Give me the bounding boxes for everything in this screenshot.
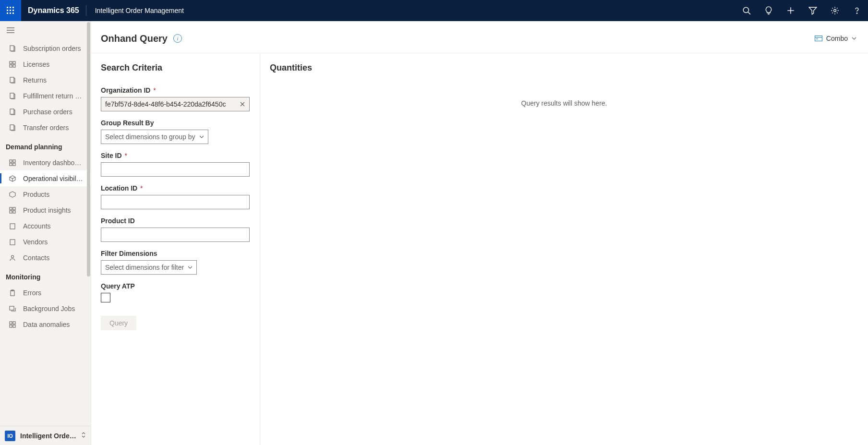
search-button[interactable] <box>735 0 758 21</box>
query-button[interactable]: Query <box>101 316 136 330</box>
product-id-input[interactable] <box>101 228 250 242</box>
quantities-empty-text: Query results will show here. <box>260 99 868 107</box>
svg-rect-38 <box>10 240 15 245</box>
filter-dimensions-label: Filter Dimensions <box>101 250 250 257</box>
sidebar-item-contacts[interactable]: Contacts <box>0 250 91 265</box>
cube-icon <box>9 191 16 198</box>
add-button[interactable] <box>780 0 802 21</box>
dropdown-placeholder: Select dimensions for filter <box>105 264 184 271</box>
chevron-down-icon <box>199 135 204 138</box>
svg-rect-0 <box>7 7 8 8</box>
svg-rect-29 <box>10 163 12 166</box>
sidebar-item-errors[interactable]: Errors <box>0 285 91 301</box>
brand-name[interactable]: Dynamics 365 <box>21 5 86 16</box>
group-result-dropdown[interactable]: Select dimensions to group by <box>101 130 208 144</box>
info-badge[interactable]: i <box>173 34 182 43</box>
nav-collapse-button[interactable] <box>7 27 14 35</box>
sidebar-item-background-jobs[interactable]: Background Jobs <box>0 301 91 316</box>
lightbulb-icon <box>764 6 773 15</box>
nav-group-monitoring: Monitoring <box>0 265 91 285</box>
sidebar-item-data-anomalies[interactable]: Data anomalies <box>0 316 91 332</box>
svg-rect-27 <box>10 160 12 162</box>
chevron-down-icon <box>852 37 856 40</box>
sidebar-scrollbar[interactable] <box>87 22 90 277</box>
search-criteria-panel: Search Criteria Organization ID * Group … <box>91 53 260 445</box>
building-icon <box>9 238 16 246</box>
combo-label: Combo <box>826 35 848 42</box>
sidebar-item-transfer-orders[interactable]: Transfer orders <box>0 120 91 135</box>
top-bar: Dynamics 365 Intelligent Order Managemen… <box>0 0 868 21</box>
app-switcher-label: Intelligent Order … <box>20 432 76 440</box>
sidebar-item-label: Vendors <box>23 238 48 246</box>
funnel-icon <box>808 6 817 15</box>
sidebar-item-purchase-orders[interactable]: Purchase orders <box>0 104 91 120</box>
help-button[interactable] <box>846 0 868 21</box>
sidebar-item-subscription-orders[interactable]: Subscription orders <box>0 40 91 56</box>
sidebar-item-label: Contacts <box>23 254 49 262</box>
group-result-label: Group Result By <box>101 119 250 127</box>
dropdown-placeholder: Select dimensions to group by <box>105 133 195 141</box>
svg-rect-3 <box>7 10 8 11</box>
hamburger-icon <box>7 27 14 33</box>
svg-rect-5 <box>12 10 14 11</box>
settings-button[interactable] <box>824 0 846 21</box>
sidebar-item-returns[interactable]: Returns <box>0 72 91 88</box>
sidebar-item-operational-visibility[interactable]: Operational visibil… <box>0 170 91 186</box>
form-icon <box>815 36 822 41</box>
location-id-input[interactable] <box>101 195 250 209</box>
site-id-label: Site ID * <box>101 152 250 159</box>
app-launcher-waffle[interactable] <box>0 0 21 21</box>
filter-dimensions-dropdown[interactable]: Select dimensions for filter <box>101 260 197 275</box>
org-id-input[interactable] <box>101 97 250 111</box>
chevron-down-icon <box>188 266 193 269</box>
sidebar-item-product-insights[interactable]: Product insights <box>0 202 91 218</box>
svg-rect-28 <box>13 160 15 162</box>
filter-button[interactable] <box>802 0 824 21</box>
svg-rect-20 <box>13 61 15 64</box>
sidebar-item-label: Accounts <box>23 222 51 230</box>
document-icon <box>9 76 16 84</box>
sidebar-item-products[interactable]: Products <box>0 186 91 202</box>
svg-rect-8 <box>12 12 14 14</box>
svg-rect-31 <box>10 207 12 210</box>
sidebar-item-accounts[interactable]: Accounts <box>0 218 91 234</box>
app-switcher[interactable]: IO Intelligent Order … <box>0 426 91 445</box>
sidebar-item-inventory-dashboard[interactable]: Inventory dashbo… <box>0 155 91 170</box>
org-id-label: Organization ID * <box>101 86 250 94</box>
svg-rect-19 <box>10 61 12 64</box>
sidebar-item-fulfillment-return[interactable]: Fulfillment return … <box>0 88 91 104</box>
building-icon <box>9 222 16 230</box>
sidebar-item-label: Subscription orders <box>23 45 81 52</box>
query-atp-checkbox[interactable] <box>101 293 110 302</box>
svg-rect-34 <box>13 211 15 213</box>
sidebar-item-licenses[interactable]: Licenses <box>0 56 91 72</box>
page-title: Onhand Query <box>101 33 168 44</box>
clipboard-icon <box>9 289 16 297</box>
app-chip: IO <box>5 431 15 441</box>
svg-rect-33 <box>10 211 12 213</box>
svg-rect-22 <box>13 65 15 67</box>
layers-icon <box>9 305 16 313</box>
svg-point-14 <box>856 13 857 13</box>
svg-rect-24 <box>10 93 14 98</box>
svg-rect-6 <box>7 12 8 14</box>
svg-rect-25 <box>10 109 14 114</box>
search-icon <box>742 6 751 15</box>
site-id-input[interactable] <box>101 162 250 177</box>
location-id-label: Location ID * <box>101 184 250 192</box>
svg-rect-40 <box>11 290 14 296</box>
svg-rect-46 <box>13 325 15 327</box>
sidebar-item-label: Licenses <box>23 60 49 68</box>
svg-rect-7 <box>10 12 11 14</box>
svg-point-9 <box>743 7 748 12</box>
document-icon <box>9 124 16 132</box>
app-name: Intelligent Order Management <box>86 7 184 14</box>
view-combo-dropdown[interactable]: Combo <box>813 33 858 44</box>
grid-icon <box>9 159 16 167</box>
svg-rect-4 <box>10 10 11 11</box>
svg-rect-43 <box>10 322 12 324</box>
svg-rect-44 <box>13 322 15 324</box>
ideas-button[interactable] <box>758 0 780 21</box>
clear-org-id-button[interactable] <box>238 100 247 108</box>
sidebar-item-vendors[interactable]: Vendors <box>0 234 91 250</box>
